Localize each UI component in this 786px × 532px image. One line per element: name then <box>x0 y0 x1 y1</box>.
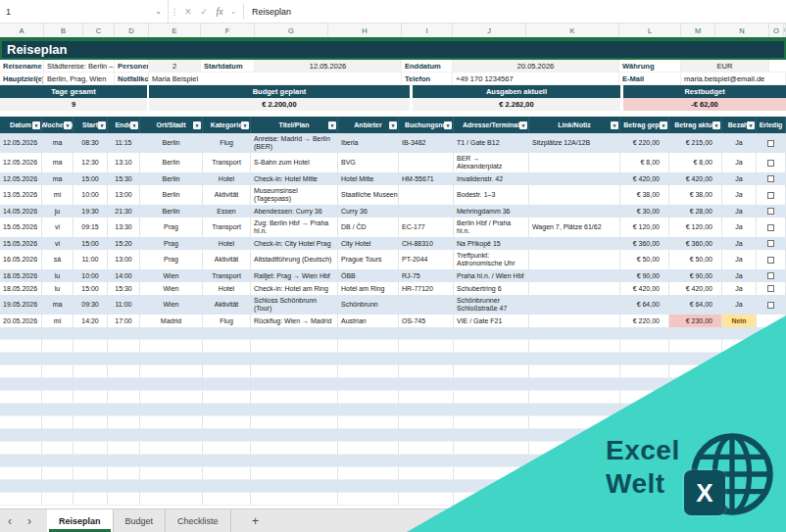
cell[interactable]: ma <box>42 153 74 172</box>
cancel-icon[interactable]: ✕ <box>180 7 196 17</box>
cell-telefon-value[interactable]: +49 170 1234567 <box>453 73 619 85</box>
cell[interactable]: BER → Alexanderplatz <box>454 153 529 172</box>
cell[interactable]: 11:00 <box>108 295 140 314</box>
cell[interactable]: € 28,00 <box>669 205 722 218</box>
cell[interactable] <box>399 416 454 429</box>
column-header-E[interactable]: E <box>149 24 201 37</box>
cell[interactable]: 15:30 <box>108 172 140 185</box>
cell[interactable] <box>399 429 454 442</box>
cell[interactable]: € 420,00 <box>669 282 722 295</box>
cell[interactable]: € 420,00 <box>620 172 669 185</box>
cell[interactable]: Hotel <box>203 172 251 185</box>
cell[interactable] <box>757 295 786 314</box>
cell[interactable]: Check-in: Hotel Mitte <box>251 172 338 185</box>
cell[interactable]: 10:00 <box>74 185 108 205</box>
cell[interactable]: Ja <box>722 153 757 172</box>
cell[interactable] <box>140 391 203 404</box>
cell-reisename-label[interactable]: Reisename <box>0 60 44 73</box>
cell[interactable]: € 8,00 <box>669 153 722 172</box>
cell[interactable] <box>203 442 251 455</box>
filter-dropdown-icon[interactable]: ▾ <box>328 121 336 129</box>
cell[interactable] <box>620 340 669 353</box>
cell[interactable]: Check-in: Hotel am Ring <box>251 282 338 295</box>
table-header-8[interactable]: Buchungsnr.▾ <box>399 117 454 133</box>
cell[interactable]: OS-745 <box>399 314 454 327</box>
cell[interactable]: 20.05.2026 <box>0 314 42 327</box>
cell[interactable]: Staatliche Museen <box>338 185 399 205</box>
cell[interactable]: Prag <box>140 237 203 250</box>
cell[interactable]: € 30,00 <box>620 205 669 218</box>
cell-email-label[interactable]: E-Mail <box>619 73 681 85</box>
cell[interactable]: Check-in: City Hotel Prag <box>251 237 338 250</box>
cell[interactable]: 16.05.2026 <box>0 250 42 269</box>
cell[interactable]: € 8,00 <box>620 153 669 172</box>
cell[interactable] <box>203 391 251 404</box>
cell-hauptziel-value[interactable]: Berlin, Prag, Wien <box>44 73 115 85</box>
table-header-12[interactable]: Betrag aktue▾ <box>669 117 722 133</box>
cell[interactable] <box>74 442 108 455</box>
cell[interactable] <box>338 416 399 429</box>
cell[interactable] <box>338 493 399 506</box>
cell[interactable] <box>757 218 786 237</box>
cell[interactable]: Berlin <box>140 153 203 172</box>
cell[interactable]: 12.05.2026 <box>0 172 42 185</box>
cell[interactable] <box>74 391 108 404</box>
cell[interactable]: Bodestr. 1–3 <box>454 185 529 205</box>
cell[interactable]: € 220,00 <box>620 314 669 327</box>
cell[interactable]: ma <box>42 133 74 153</box>
cell[interactable]: € 215,00 <box>669 133 722 153</box>
cell[interactable] <box>42 429 74 442</box>
column-header-O[interactable]: O <box>769 24 784 37</box>
cell[interactable]: € 420,00 <box>669 172 722 185</box>
cell[interactable] <box>454 365 529 378</box>
cell[interactable]: 15:00 <box>74 282 108 295</box>
cell[interactable] <box>74 493 108 506</box>
cell[interactable] <box>529 282 620 295</box>
cell-telefon-label[interactable]: Telefon <box>402 73 453 85</box>
cell[interactable] <box>251 391 338 404</box>
cell[interactable]: Transport <box>203 153 251 172</box>
cell[interactable] <box>203 455 251 467</box>
cell[interactable]: Wagen 7, Plätze 61/62 <box>529 218 620 237</box>
filter-dropdown-icon[interactable]: ▾ <box>98 121 106 129</box>
cell[interactable] <box>0 455 42 467</box>
cell[interactable]: 13:30 <box>108 218 140 237</box>
erledigt-checkbox[interactable] <box>767 302 774 309</box>
table-header-4[interactable]: Ort/Stadt▾ <box>140 117 203 133</box>
cell[interactable] <box>108 404 140 416</box>
cell[interactable] <box>454 353 529 365</box>
cell[interactable]: ma <box>42 172 74 185</box>
table-header-13[interactable]: Bezahl▾ <box>722 117 757 133</box>
filter-dropdown-icon[interactable]: ▾ <box>241 121 249 129</box>
cell[interactable] <box>74 404 108 416</box>
cell[interactable]: € 220,00 <box>620 133 669 153</box>
cell[interactable]: Invalidenstr. 42 <box>454 172 529 185</box>
cell[interactable] <box>203 429 251 442</box>
cell[interactable] <box>251 365 338 378</box>
cell[interactable]: 15:00 <box>74 172 108 185</box>
cell[interactable] <box>140 442 203 455</box>
cell[interactable] <box>620 327 669 340</box>
cell-reisename-value[interactable]: Städtereise: Berlin – Pra <box>44 60 115 73</box>
cell[interactable] <box>108 391 140 404</box>
cell[interactable] <box>620 365 669 378</box>
cell[interactable]: 11:00 <box>74 250 108 269</box>
cell[interactable]: Berlin <box>140 133 203 153</box>
cell[interactable] <box>251 493 338 506</box>
cell[interactable] <box>399 185 454 205</box>
cell[interactable] <box>399 391 454 404</box>
cell[interactable]: Ja <box>722 133 757 153</box>
column-header-F[interactable]: F <box>201 24 255 37</box>
table-header-6[interactable]: Titel/Plan▾ <box>251 117 338 133</box>
cell[interactable]: Wien <box>140 295 203 314</box>
banner-ausgaben-aktuell[interactable]: Ausgaben aktuell <box>413 85 620 98</box>
cell[interactable]: Prag <box>140 250 203 269</box>
cell[interactable]: Ja <box>722 295 757 314</box>
sheet-tab-budget[interactable]: Budget <box>114 509 167 532</box>
cell[interactable]: Hotel Mitte <box>338 172 399 185</box>
cell[interactable] <box>454 442 529 455</box>
cell[interactable]: € 90,00 <box>620 269 669 282</box>
cell[interactable]: City Hotel <box>338 237 399 250</box>
cell[interactable] <box>529 237 620 250</box>
cell[interactable]: Ja <box>722 218 757 237</box>
